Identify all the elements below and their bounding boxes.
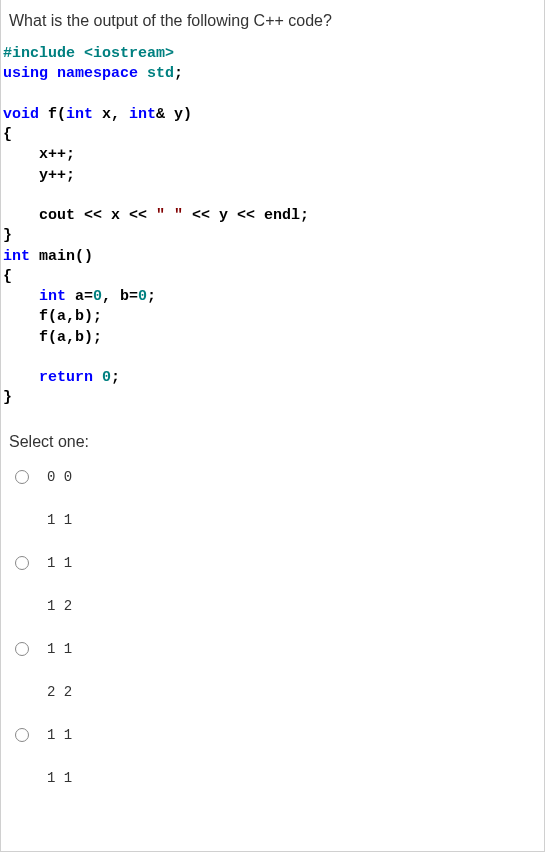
- option-text: 1 12 2: [47, 639, 72, 703]
- code-token: & y): [156, 106, 192, 123]
- option-line2: 1 1: [47, 768, 72, 789]
- code-token: y++;: [3, 167, 75, 184]
- code-token: void: [3, 106, 39, 123]
- option-text: 1 11 1: [47, 725, 72, 789]
- code-token: #include: [3, 45, 84, 62]
- code-token: }: [3, 389, 12, 406]
- code-token: cout << x <<: [3, 207, 156, 224]
- code-token: ;: [111, 369, 120, 386]
- option-line2: 1 1: [47, 510, 72, 531]
- code-token: a=: [66, 288, 93, 305]
- option-line1: 1 1: [47, 555, 72, 571]
- code-token: f(a,b);: [3, 308, 102, 325]
- option-line1: 1 1: [47, 641, 72, 657]
- code-token: , b=: [102, 288, 138, 305]
- question-title: What is the output of the following C++ …: [1, 12, 544, 44]
- radio-icon[interactable]: [15, 728, 29, 742]
- code-token: int: [3, 288, 66, 305]
- code-token: f(a,b);: [3, 329, 102, 346]
- code-token: }: [3, 227, 12, 244]
- radio-icon[interactable]: [15, 642, 29, 656]
- code-token: f(: [39, 106, 66, 123]
- code-token: << y << endl;: [183, 207, 309, 224]
- question-container: What is the output of the following C++ …: [0, 0, 545, 852]
- code-token: int: [66, 106, 93, 123]
- options-group: 0 01 1 1 11 2 1 12 2 1 11 1: [1, 461, 544, 789]
- code-token: main(): [30, 248, 93, 265]
- option-3[interactable]: 1 12 2: [15, 639, 536, 703]
- option-1[interactable]: 0 01 1: [15, 467, 536, 531]
- option-2[interactable]: 1 11 2: [15, 553, 536, 617]
- code-token: {: [3, 126, 12, 143]
- code-token: <iostream>: [84, 45, 174, 62]
- code-token: 0: [93, 288, 102, 305]
- code-token: std: [147, 65, 174, 82]
- select-prompt: Select one:: [1, 409, 544, 461]
- code-token: int: [129, 106, 156, 123]
- code-token: " ": [156, 207, 183, 224]
- code-token: 0: [102, 369, 111, 386]
- code-token: {: [3, 268, 12, 285]
- option-line2: 1 2: [47, 596, 72, 617]
- code-token: return: [3, 369, 102, 386]
- code-token: ;: [174, 65, 183, 82]
- option-text: 0 01 1: [47, 467, 72, 531]
- option-line1: 0 0: [47, 469, 72, 485]
- code-token: x++;: [3, 146, 75, 163]
- radio-icon[interactable]: [15, 470, 29, 484]
- code-token: int: [3, 248, 30, 265]
- option-text: 1 11 2: [47, 553, 72, 617]
- code-block: #include <iostream> using namespace std;…: [1, 44, 544, 409]
- option-line2: 2 2: [47, 682, 72, 703]
- option-line1: 1 1: [47, 727, 72, 743]
- option-4[interactable]: 1 11 1: [15, 725, 536, 789]
- radio-icon[interactable]: [15, 556, 29, 570]
- code-token: ;: [147, 288, 156, 305]
- code-token: x,: [93, 106, 129, 123]
- code-token: 0: [138, 288, 147, 305]
- code-token: using namespace: [3, 65, 147, 82]
